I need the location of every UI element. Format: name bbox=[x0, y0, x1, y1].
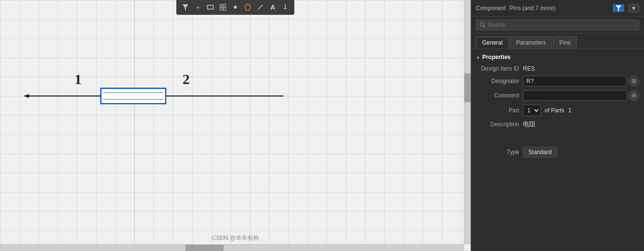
horizontal-scrollbar[interactable] bbox=[0, 244, 464, 251]
canvas-area[interactable]: + A bbox=[0, 0, 471, 251]
comment-input-group bbox=[523, 90, 639, 101]
svg-rect-1 bbox=[207, 5, 213, 9]
svg-marker-13 bbox=[24, 94, 29, 98]
panel-search bbox=[471, 17, 644, 34]
type-row: Type Standard bbox=[476, 147, 639, 157]
vscroll-thumb[interactable] bbox=[464, 73, 471, 102]
pin2-label: 2 bbox=[182, 71, 190, 87]
tab-parameters[interactable]: Parameters bbox=[510, 36, 552, 48]
panel-filter-btn[interactable] bbox=[613, 4, 624, 12]
description-value: 电阻 bbox=[523, 120, 639, 129]
design-item-id-row: Design Item ID RES bbox=[476, 65, 639, 72]
comment-label: Comment bbox=[476, 92, 519, 99]
panel-dropdown-btn[interactable]: ▼ bbox=[628, 4, 639, 12]
svg-marker-7 bbox=[245, 4, 251, 10]
panel-body: Properties Design Item ID RES Designator bbox=[471, 49, 644, 251]
search-icon bbox=[480, 22, 486, 28]
vertical-scrollbar[interactable] bbox=[464, 0, 471, 244]
tab-general[interactable]: General bbox=[476, 36, 509, 48]
search-input[interactable] bbox=[488, 22, 635, 28]
svg-point-21 bbox=[633, 81, 635, 82]
panel-tabs: General Parameters Pins bbox=[471, 34, 644, 49]
comment-settings-icon bbox=[632, 93, 636, 98]
comment-row: Comment bbox=[476, 90, 639, 101]
canvas-toolbar: + A bbox=[176, 0, 294, 15]
schematic-canvas[interactable]: 1 2 bbox=[0, 0, 471, 251]
design-item-id-value: RES bbox=[523, 65, 535, 72]
tab-pins[interactable]: Pins bbox=[553, 36, 577, 48]
design-item-id-label: Design Item ID bbox=[476, 65, 519, 72]
hscroll-thumb[interactable] bbox=[185, 245, 224, 251]
description-spacer bbox=[476, 132, 639, 147]
svg-point-18 bbox=[480, 23, 484, 26]
designator-label: Designator bbox=[476, 78, 519, 84]
parts-group: 1 of Parts 1 bbox=[523, 105, 571, 116]
comment-input[interactable] bbox=[523, 90, 627, 101]
type-value: Standard bbox=[523, 147, 557, 157]
grid-toolbar-btn[interactable] bbox=[217, 2, 229, 12]
resistor-body[interactable] bbox=[101, 88, 166, 104]
text-toolbar-btn[interactable]: A bbox=[267, 2, 279, 12]
svg-rect-2 bbox=[220, 4, 222, 7]
description-row: Description 电阻 bbox=[476, 120, 639, 129]
of-parts-label: of Parts bbox=[545, 107, 564, 114]
dot-toolbar-btn[interactable] bbox=[230, 2, 241, 12]
add-toolbar-btn[interactable]: + bbox=[192, 2, 204, 12]
pin1-label: 1 bbox=[74, 71, 82, 87]
part-label: Part bbox=[476, 107, 519, 114]
rect-toolbar-btn[interactable] bbox=[205, 2, 216, 12]
svg-point-6 bbox=[234, 6, 237, 9]
right-panel: Component Pins (and 7 more) ▼ General Pa… bbox=[471, 0, 644, 251]
description-label: Description bbox=[476, 121, 519, 128]
circle-toolbar-btn[interactable] bbox=[242, 2, 254, 12]
designator-settings-btn[interactable] bbox=[629, 76, 639, 86]
svg-marker-0 bbox=[182, 4, 188, 10]
settings-icon bbox=[632, 79, 636, 84]
designator-input[interactable] bbox=[523, 76, 627, 86]
search-input-wrap bbox=[476, 20, 639, 30]
comment-settings-btn[interactable] bbox=[629, 90, 639, 101]
svg-marker-17 bbox=[616, 5, 621, 11]
watermark: CSDN @辛辛有狗 bbox=[212, 234, 259, 242]
svg-rect-5 bbox=[223, 8, 226, 10]
svg-line-19 bbox=[484, 26, 485, 27]
svg-rect-4 bbox=[220, 8, 222, 10]
svg-line-8 bbox=[258, 5, 263, 10]
designator-input-group bbox=[523, 76, 639, 86]
svg-point-23 bbox=[633, 95, 635, 96]
of-parts-value: 1 bbox=[568, 107, 571, 114]
pins-label: Pins (and 7 more) bbox=[510, 5, 555, 12]
filter-toolbar-btn[interactable] bbox=[180, 2, 191, 12]
pin-toolbar-btn[interactable] bbox=[279, 2, 291, 12]
part-row: Part 1 of Parts 1 bbox=[476, 105, 639, 116]
type-label: Type bbox=[476, 149, 519, 155]
panel-header: Component Pins (and 7 more) ▼ bbox=[471, 0, 644, 17]
line-toolbar-btn[interactable] bbox=[255, 2, 266, 12]
svg-rect-3 bbox=[223, 4, 226, 7]
designator-row: Designator bbox=[476, 76, 639, 86]
properties-section-title: Properties bbox=[476, 54, 639, 60]
part-select[interactable]: 1 bbox=[523, 105, 541, 116]
component-label: Component bbox=[476, 5, 506, 12]
